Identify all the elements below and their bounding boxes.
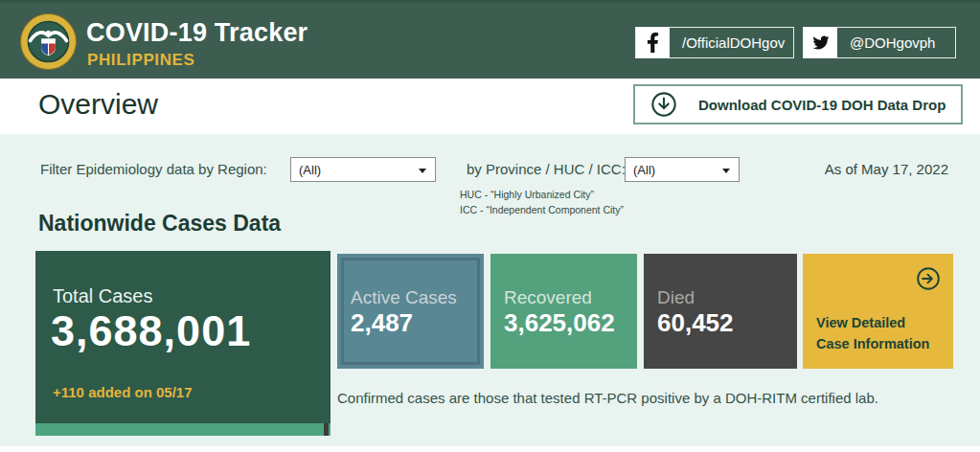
- died-ratio-segment: [324, 423, 329, 436]
- recovered-value: 3,625,062: [504, 308, 615, 338]
- download-circle-icon: [650, 91, 677, 118]
- active-cases-card[interactable]: Active Cases 2,487: [337, 254, 484, 369]
- active-cases-label: Active Cases: [351, 287, 457, 308]
- province-filter-value: (All): [633, 163, 655, 177]
- app-header: COVID-19 Tracker PHILIPPINES /OfficialDO…: [0, 0, 980, 79]
- arrow-right-circle-icon: [916, 266, 941, 291]
- region-filter-label: Filter Epidemiology data by Region:: [40, 161, 267, 177]
- region-filter-value: (All): [299, 163, 321, 177]
- recovered-card[interactable]: Recovered 3,625,062: [490, 254, 637, 369]
- died-card[interactable]: Died 60,452: [644, 254, 797, 369]
- died-label: Died: [657, 287, 695, 308]
- province-filter-dropdown[interactable]: (All): [625, 157, 740, 182]
- province-filter-label: by Province / HUC / ICC:: [467, 161, 626, 177]
- as-of-date: As of May 17, 2022: [825, 161, 948, 177]
- facebook-handle: /OfficialDOHgov: [670, 28, 793, 57]
- dashboard-body: Filter Epidemiology data by Region: (All…: [0, 134, 980, 446]
- dropdown-arrow-icon: [722, 169, 730, 173]
- total-cases-value: 3,688,001: [51, 306, 251, 356]
- app-subtitle: PHILIPPINES: [87, 51, 194, 70]
- dropdown-arrow-icon: [419, 169, 426, 173]
- total-cases-delta: +110 added on 05/17: [53, 384, 193, 400]
- download-button-label: Download COVID-19 DOH Data Drop: [698, 97, 946, 113]
- facebook-icon: [636, 28, 670, 57]
- app-title: COVID-19 Tracker: [86, 18, 308, 48]
- section-title: Nationwide Cases Data: [38, 211, 281, 237]
- active-cases-value: 2,487: [351, 308, 413, 338]
- twitter-handle: @DOHgovph: [837, 28, 955, 57]
- total-cases-card: Total Cases 3,688,001 +110 added on 05/1…: [35, 251, 330, 436]
- recovered-died-ratio-bar: [35, 423, 330, 436]
- total-cases-label: Total Cases: [53, 285, 153, 307]
- download-data-drop-button[interactable]: Download COVID-19 DOH Data Drop: [633, 84, 963, 124]
- facebook-button[interactable]: /OfficialDOHgov: [635, 27, 794, 58]
- view-detailed-case-information-card[interactable]: View Detailed Case Information: [803, 254, 953, 369]
- huc-definition-note: HUC - “Highly Urbanized City”: [460, 189, 594, 200]
- twitter-button[interactable]: @DOHgovph: [803, 27, 956, 58]
- confirmed-cases-footnote: Confirmed cases are those that tested RT…: [337, 390, 878, 406]
- page-title: Overview: [38, 88, 158, 121]
- region-filter-dropdown[interactable]: (All): [290, 157, 436, 182]
- icc-definition-note: ICC - “Independent Component City”: [460, 204, 624, 215]
- recovered-label: Recovered: [504, 287, 592, 308]
- twitter-icon: [804, 28, 837, 57]
- view-detail-label: View Detailed Case Information: [816, 313, 936, 355]
- doh-seal-logo: [20, 13, 77, 70]
- died-value: 60,452: [657, 308, 734, 338]
